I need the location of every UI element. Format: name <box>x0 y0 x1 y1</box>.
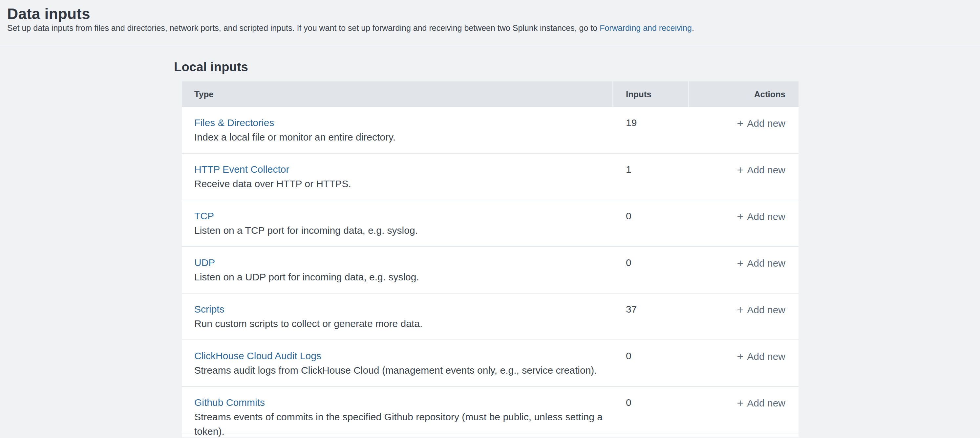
plus-icon: + <box>737 396 743 410</box>
table-body: Files & Directories Index a local file o… <box>182 107 799 433</box>
actions-cell: +Add new <box>689 302 799 339</box>
inputs-count: 37 <box>626 304 637 315</box>
table-row: Scripts Run custom scripts to collect or… <box>182 293 799 340</box>
add-new-button[interactable]: +Add new <box>737 162 785 177</box>
actions-cell: +Add new <box>689 116 799 153</box>
add-new-button[interactable]: +Add new <box>737 349 785 364</box>
column-header-type: Type <box>182 81 612 107</box>
add-new-button[interactable]: +Add new <box>737 395 785 411</box>
plus-icon: + <box>737 209 743 224</box>
inputs-cell: 0 <box>613 255 689 293</box>
input-type-link[interactable]: UDP <box>194 255 215 270</box>
actions-cell: +Add new <box>689 255 799 293</box>
inputs-cell: 19 <box>613 116 689 153</box>
add-new-label: Add new <box>747 396 785 411</box>
page-header-band: Data inputs Set up data inputs from file… <box>0 0 980 47</box>
table-row: UDP Listen on a UDP port for incoming da… <box>182 247 799 293</box>
table-row: Github Commits Streams events of commits… <box>182 387 799 433</box>
page-subtitle-text: Set up data inputs from files and direct… <box>7 23 600 32</box>
plus-icon: + <box>737 256 743 270</box>
inputs-cell: 1 <box>613 162 689 200</box>
input-type-description: Run custom scripts to collect or generat… <box>194 317 613 331</box>
table-row: TCP Listen on a TCP port for incoming da… <box>182 200 799 247</box>
input-type-description: Index a local file or monitor an entire … <box>194 130 613 145</box>
add-new-button[interactable]: +Add new <box>737 255 785 271</box>
inputs-cell: 0 <box>613 395 689 433</box>
main-content: Local inputs Type Inputs Actions Files &… <box>0 59 980 437</box>
add-new-button[interactable]: +Add new <box>737 116 785 131</box>
inputs-count: 0 <box>626 350 632 361</box>
table-row: HTTP Event Collector Receive data over H… <box>182 154 799 200</box>
add-new-label: Add new <box>747 116 785 131</box>
input-type-description: Streams events of commits in the specifi… <box>194 410 613 438</box>
type-cell: Github Commits Streams events of commits… <box>182 395 613 433</box>
inputs-count: 0 <box>626 210 632 221</box>
actions-cell: +Add new <box>689 395 799 433</box>
add-new-button[interactable]: +Add new <box>737 209 785 224</box>
add-new-button[interactable]: +Add new <box>737 302 785 317</box>
actions-cell: +Add new <box>689 209 799 246</box>
inputs-table: Type Inputs Actions Files & Directories … <box>182 81 799 437</box>
table-row: ClickHouse Cloud Audit Logs Streams audi… <box>182 340 799 387</box>
page-title: Data inputs <box>7 5 970 23</box>
input-type-description: Listen on a TCP port for incoming data, … <box>194 223 613 238</box>
type-cell: ClickHouse Cloud Audit Logs Streams audi… <box>182 349 613 386</box>
plus-icon: + <box>737 349 743 363</box>
inputs-cell: 0 <box>613 349 689 386</box>
type-cell: Scripts Run custom scripts to collect or… <box>182 302 613 339</box>
inputs-cell: 37 <box>613 302 689 339</box>
forwarding-and-receiving-link[interactable]: Forwarding and receiving <box>600 23 692 32</box>
inputs-cell: 0 <box>613 209 689 246</box>
column-header-inputs: Inputs <box>613 81 688 107</box>
plus-icon: + <box>737 162 743 177</box>
page-subtitle: Set up data inputs from files and direct… <box>7 23 970 33</box>
table-header: Type Inputs Actions <box>182 81 799 107</box>
section-heading: Local inputs <box>174 59 980 75</box>
table-row: Files & Directories Index a local file o… <box>182 107 799 154</box>
add-new-label: Add new <box>747 349 785 364</box>
actions-cell: +Add new <box>689 349 799 386</box>
input-type-description: Receive data over HTTP or HTTPS. <box>194 177 613 191</box>
inputs-count: 1 <box>626 164 632 175</box>
input-type-link[interactable]: ClickHouse Cloud Audit Logs <box>194 349 321 363</box>
input-type-link[interactable]: TCP <box>194 209 214 223</box>
plus-icon: + <box>737 116 743 131</box>
type-cell: HTTP Event Collector Receive data over H… <box>182 162 613 200</box>
type-cell: UDP Listen on a UDP port for incoming da… <box>182 255 613 293</box>
add-new-label: Add new <box>747 256 785 271</box>
add-new-label: Add new <box>747 163 785 177</box>
page-subtitle-period: . <box>692 23 694 32</box>
add-new-label: Add new <box>747 209 785 224</box>
input-type-link[interactable]: Github Commits <box>194 395 265 410</box>
input-type-link[interactable]: Scripts <box>194 302 224 317</box>
inputs-count: 19 <box>626 117 637 128</box>
inputs-count: 0 <box>626 257 632 268</box>
actions-cell: +Add new <box>689 162 799 200</box>
type-cell: TCP Listen on a TCP port for incoming da… <box>182 209 613 246</box>
plus-icon: + <box>737 303 743 317</box>
input-type-description: Listen on a UDP port for incoming data, … <box>194 270 613 284</box>
inputs-count: 0 <box>626 397 632 408</box>
input-type-description: Streams audit logs from ClickHouse Cloud… <box>194 363 613 377</box>
type-cell: Files & Directories Index a local file o… <box>182 116 613 153</box>
add-new-label: Add new <box>747 303 785 317</box>
column-header-actions: Actions <box>689 81 799 107</box>
input-type-link[interactable]: HTTP Event Collector <box>194 162 290 177</box>
input-type-link[interactable]: Files & Directories <box>194 116 274 130</box>
